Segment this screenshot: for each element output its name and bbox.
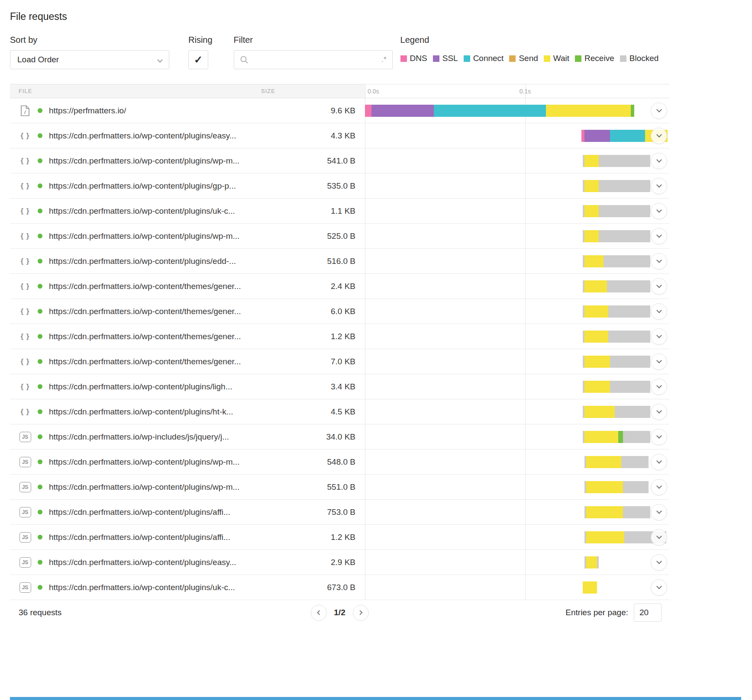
expand-row-button[interactable] xyxy=(651,253,667,270)
segment-wait xyxy=(584,406,615,418)
expand-row-button[interactable] xyxy=(651,579,667,596)
sort-by-dropdown[interactable]: Load Order xyxy=(10,50,169,69)
page-indicator: 1/2 xyxy=(334,608,345,617)
size-cell: 2.9 KB xyxy=(261,550,365,575)
expand-row-button[interactable] xyxy=(651,429,667,445)
segment-blocked xyxy=(599,230,650,242)
file-cell: { } https://cdn.perfmatters.io/wp-conten… xyxy=(10,299,261,324)
timeline-gridline xyxy=(365,199,365,223)
expand-row-button[interactable] xyxy=(651,128,667,144)
expand-row-button[interactable] xyxy=(651,379,667,395)
expand-row-button[interactable] xyxy=(651,328,667,345)
filter-input[interactable] xyxy=(253,55,382,65)
segment-connect xyxy=(610,130,645,142)
rising-label: Rising xyxy=(188,35,213,44)
segment-blocked xyxy=(604,255,650,267)
file-cell: { } https://cdn.perfmatters.io/wp-conten… xyxy=(10,123,261,148)
segment-blocked xyxy=(599,155,650,167)
chevron-down-icon xyxy=(656,358,662,363)
waterfall-bar xyxy=(583,280,650,292)
timeline-gridline xyxy=(365,148,365,173)
timeline-gridline xyxy=(365,575,365,600)
expand-row-button[interactable] xyxy=(651,153,667,169)
segment-blocked xyxy=(597,556,599,568)
segment-blocked xyxy=(607,280,650,292)
waterfall-bar xyxy=(365,105,634,117)
prev-page-button[interactable] xyxy=(310,605,326,621)
chevron-down-icon xyxy=(656,157,662,163)
expand-row-button[interactable] xyxy=(651,479,667,495)
timeline-cell xyxy=(365,274,669,299)
expand-row-button[interactable] xyxy=(651,529,667,546)
file-cell: JS https://cdn.perfmatters.io/wp-content… xyxy=(10,550,261,575)
file-cell: JS https://cdn.perfmatters.io/wp-content… xyxy=(10,525,261,549)
size-cell: 1.2 KB xyxy=(261,324,365,349)
expand-row-button[interactable] xyxy=(651,228,667,244)
waterfall-bar xyxy=(583,305,650,318)
timeline-gridline xyxy=(365,249,365,273)
file-cell: { } https://cdn.perfmatters.io/wp-conten… xyxy=(10,349,261,374)
waterfall-bar xyxy=(583,155,650,167)
file-url: https://cdn.perfmatters.io/wp-content/pl… xyxy=(49,533,230,542)
chevron-down-icon xyxy=(656,458,662,464)
bottom-accent-bar xyxy=(10,697,741,700)
expand-row-button[interactable] xyxy=(651,278,667,295)
expand-row-button[interactable] xyxy=(651,303,667,320)
size-column-header: SIZE xyxy=(261,84,365,98)
file-url: https://cdn.perfmatters.io/wp-content/pl… xyxy=(49,583,235,592)
status-dot xyxy=(38,560,42,565)
file-cell: JS https://cdn.perfmatters.io/wp-content… xyxy=(10,475,261,499)
timeline-cell xyxy=(365,500,669,524)
css-braces-icon: { } xyxy=(19,382,32,391)
waterfall-bar xyxy=(583,331,650,343)
js-file-icon: JS xyxy=(19,507,32,517)
segment-wait xyxy=(586,481,623,493)
js-file-icon: JS xyxy=(19,482,32,492)
legend-swatch xyxy=(620,55,626,62)
expand-row-button[interactable] xyxy=(651,203,667,219)
expand-row-button[interactable] xyxy=(651,454,667,470)
timeline-gridline xyxy=(525,224,526,248)
legend-label: Legend xyxy=(400,35,665,44)
rising-group: Rising ✓ xyxy=(188,35,213,69)
expand-row-button[interactable] xyxy=(651,178,667,194)
timeline-gridline xyxy=(525,349,526,374)
timeline-gridline xyxy=(365,374,365,399)
entries-per-page-input[interactable] xyxy=(634,604,662,622)
segment-wait xyxy=(584,431,618,443)
file-cell: { } https://cdn.perfmatters.io/wp-conten… xyxy=(10,324,261,349)
segment-wait xyxy=(584,381,610,393)
expand-row-button[interactable] xyxy=(651,353,667,370)
rising-checkbox[interactable]: ✓ xyxy=(188,50,208,69)
timeline-gridline xyxy=(525,173,526,198)
expand-row-button[interactable] xyxy=(651,504,667,520)
css-braces-icon: { } xyxy=(19,157,32,165)
timeline-header: 0.0s0.1s xyxy=(365,84,669,98)
timeline-cell xyxy=(365,148,669,173)
timeline-cell xyxy=(365,550,669,575)
table-row: JS https://cdn.perfmatters.io/wp-content… xyxy=(10,575,669,600)
next-page-button[interactable] xyxy=(353,605,369,621)
timeline-tick-label: 0.1s xyxy=(520,88,531,95)
chevron-down-icon xyxy=(656,283,662,288)
chevron-down-icon xyxy=(656,483,662,489)
css-braces-icon: { } xyxy=(19,332,32,341)
chevron-down-icon xyxy=(656,433,662,439)
expand-row-button[interactable] xyxy=(651,103,667,119)
expand-row-button[interactable] xyxy=(651,554,667,571)
waterfall-bar xyxy=(584,506,650,518)
waterfall-bar xyxy=(583,255,650,267)
expand-row-button[interactable] xyxy=(651,404,667,420)
size-cell: 9.6 KB xyxy=(261,98,365,123)
timeline-gridline xyxy=(525,148,526,173)
regex-hint: .* xyxy=(381,55,386,64)
file-url: https://cdn.perfmatters.io/wp-includes/j… xyxy=(49,432,229,442)
segment-blocked xyxy=(608,331,650,343)
file-requests-panel: File requests Sort by Load Order Rising … xyxy=(0,0,669,625)
waterfall-bar xyxy=(584,456,649,468)
size-cell: 7.0 KB xyxy=(261,349,365,374)
segment-wait xyxy=(584,305,608,318)
timeline-gridline xyxy=(525,575,526,600)
chevron-down-icon xyxy=(656,408,662,414)
table-row: JS https://cdn.perfmatters.io/wp-content… xyxy=(10,525,669,550)
